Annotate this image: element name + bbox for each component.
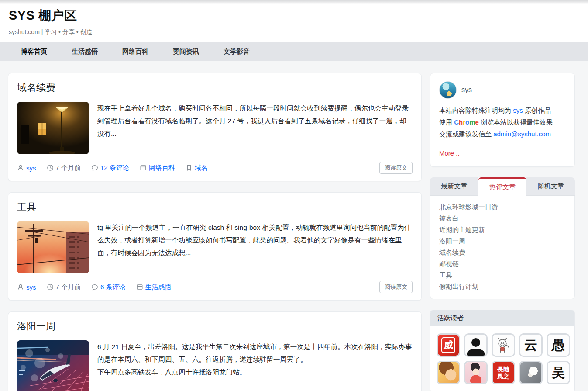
reader-avatar-wei[interactable]: 威: [437, 333, 460, 357]
hot-article-link[interactable]: 洛阳一周: [439, 235, 566, 247]
post-excerpt: tg 里关注的一个频道主，一直在研究 clash 和 sing-box 相关配置…: [97, 221, 413, 273]
hot-article-link[interactable]: 被表白: [439, 213, 566, 224]
more-link[interactable]: More ..: [439, 149, 566, 157]
about-head: sys: [439, 81, 566, 99]
author-link[interactable]: sys: [26, 284, 36, 291]
site-tagline: syshut.com | 学习 • 分享 • 创造: [9, 28, 579, 36]
reader-avatar-silhouette[interactable]: [464, 333, 488, 357]
nav-item-news[interactable]: 要闻资讯: [161, 42, 211, 61]
nav-item-home[interactable]: 博客首页: [9, 42, 59, 61]
cartoon-boy-image: [465, 362, 486, 383]
post-meta-row: sys 7 个月前 12 条评论 网络百科 域名 阅读: [17, 162, 413, 174]
post-excerpt: 现在手上拿着好几个域名，购买时间各不相同，所以每隔一段时间就会收到续费提醒，偶尔…: [97, 102, 413, 154]
nav-item-wiki[interactable]: 网络百科: [110, 42, 161, 61]
hot-article-link[interactable]: 鄙视链: [439, 258, 566, 270]
active-readers-card: 活跃读者 威 云 愚 長隨風之 吴: [430, 310, 575, 391]
anime-boy-image: [438, 362, 459, 383]
active-readers-grid: 威 云 愚 長隨風之 吴: [430, 326, 574, 391]
post-meta-row: sys 7 个月前 6 条评论 生活感悟 阅读原文: [17, 281, 413, 293]
kitten-photo-image: [520, 362, 541, 383]
post-time: 7 个月前: [56, 283, 81, 291]
hot-article-link[interactable]: 北京环球影城一日游: [439, 201, 566, 213]
reader-avatar-kitten[interactable]: [519, 361, 543, 384]
post-thumbnail-street-lamp[interactable]: [17, 102, 89, 154]
tab-hot-articles[interactable]: 热评文章: [478, 177, 527, 196]
post-list: 域名续费: [8, 73, 422, 391]
reader-avatar-seal[interactable]: 長隨風之: [492, 361, 515, 384]
author-link[interactable]: sys: [26, 164, 36, 172]
about-line-browser: 使用 Chrome 浏览本站以获得最佳效果: [439, 116, 566, 128]
author-item: sys: [17, 164, 36, 172]
article-tabs: 最新文章 热评文章 随机文章: [430, 177, 575, 196]
reader-avatar-pig-sketch[interactable]: [492, 333, 515, 357]
nav-item-life[interactable]: 生活感悟: [59, 42, 110, 61]
content-area: 域名续费: [0, 61, 588, 391]
reader-avatar-cartoon-boy[interactable]: [464, 361, 488, 384]
category-item: 网络百科: [140, 164, 175, 172]
tag-item: 域名: [186, 164, 208, 172]
tag-link[interactable]: 域名: [195, 164, 208, 172]
airplane-night-illustration: [17, 340, 89, 391]
post-title-link[interactable]: 洛阳一周: [17, 320, 55, 333]
hot-article-link[interactable]: 假期出行计划: [439, 281, 566, 292]
author-item: sys: [17, 284, 36, 291]
comments-link[interactable]: 12 条评论: [100, 164, 129, 172]
about-card: sys 本站内容除特殊注明均为 sys 原创作品 使用 Chrome 浏览本站以…: [430, 73, 575, 167]
hot-articles-list: 北京环球影城一日游 被表白 近期的主题更新 洛阳一周 域名续费 鄙视链 工具 假…: [430, 196, 575, 299]
reader-avatar-yu[interactable]: 愚: [547, 333, 570, 357]
person-silhouette-image: [465, 335, 486, 356]
post-excerpt: 6 月 21 日夏至，出差洛阳。这是我平生第二次来到这座城市，第一次是十四年前。…: [97, 340, 413, 391]
post-card-domain-renewal: 域名续费: [8, 73, 422, 181]
comments-link[interactable]: 6 条评论: [100, 283, 126, 291]
reader-avatar-anime-boy[interactable]: [437, 361, 460, 384]
active-readers-title: 活跃读者: [430, 310, 574, 326]
site-header: SYS 棚户区 syshut.com | 学习 • 分享 • 创造: [0, 0, 588, 42]
person-icon: [17, 164, 24, 171]
site-owner-avatar[interactable]: [439, 81, 457, 99]
category-link[interactable]: 网络百科: [149, 164, 175, 172]
about-line-original: 本站内容除特殊注明均为 sys 原创作品: [439, 104, 566, 116]
email-link[interactable]: admin@syshut.com: [493, 130, 551, 138]
read-more-button[interactable]: 阅读原文: [379, 162, 413, 174]
site-title: SYS 棚户区: [9, 7, 579, 24]
comments-item: 6 条评论: [91, 283, 126, 291]
person-icon: [17, 284, 24, 291]
sidebar: sys 本站内容除特殊注明均为 sys 原创作品 使用 Chrome 浏览本站以…: [430, 73, 575, 391]
post-thumbnail-sunset-powerlines[interactable]: [17, 221, 89, 273]
post-thumbnail-airplane[interactable]: [17, 340, 89, 391]
about-line-contact: 交流或建议发信至 admin@syshut.com: [439, 128, 566, 140]
post-body: 现在手上拿着好几个域名，购买时间各不相同，所以每隔一段时间就会收到续费提醒，偶尔…: [17, 102, 413, 154]
post-title-link[interactable]: 工具: [17, 201, 36, 214]
bookmark-icon: [186, 164, 193, 171]
post-card-tools: 工具: [8, 192, 422, 301]
clock-icon: [47, 284, 54, 291]
sunset-powerlines-illustration: [17, 221, 89, 273]
category-icon: [140, 164, 147, 171]
sys-link[interactable]: sys: [513, 107, 523, 114]
category-link[interactable]: 生活感悟: [145, 283, 172, 291]
comment-icon: [91, 284, 98, 291]
hot-article-link[interactable]: 域名续费: [439, 247, 566, 258]
post-body: tg 里关注的一个频道主，一直在研究 clash 和 sing-box 相关配置…: [17, 221, 413, 273]
chrome-wordmark: C: [454, 118, 459, 126]
read-more-button[interactable]: 阅读原文: [379, 281, 413, 293]
tab-random-articles[interactable]: 随机文章: [526, 177, 575, 196]
street-lamp-night-illustration: [17, 102, 89, 154]
post-card-luoyang-week: 洛阳一周: [8, 311, 422, 391]
reader-avatar-yun[interactable]: 云: [519, 333, 543, 357]
comments-item: 12 条评论: [91, 164, 129, 172]
red-seal-image: 長隨風之: [493, 362, 514, 383]
nav-item-media[interactable]: 文学影音: [211, 42, 262, 61]
hot-article-link[interactable]: 近期的主题更新: [439, 224, 566, 235]
post-body: 6 月 21 日夏至，出差洛阳。这是我平生第二次来到这座城市，第一次是十四年前。…: [17, 340, 413, 391]
time-item: 7 个月前: [47, 164, 81, 172]
post-title-link[interactable]: 域名续费: [17, 81, 55, 94]
category-icon: [136, 284, 143, 291]
comment-icon: [91, 164, 98, 171]
reader-avatar-wu[interactable]: 吴: [547, 361, 570, 384]
pig-sketch-image: [495, 336, 512, 354]
tab-latest-articles[interactable]: 最新文章: [430, 177, 478, 196]
hot-article-link[interactable]: 工具: [439, 270, 566, 281]
main-nav: 博客首页 生活感悟 网络百科 要闻资讯 文学影音: [0, 42, 588, 61]
post-time: 7 个月前: [56, 164, 81, 172]
